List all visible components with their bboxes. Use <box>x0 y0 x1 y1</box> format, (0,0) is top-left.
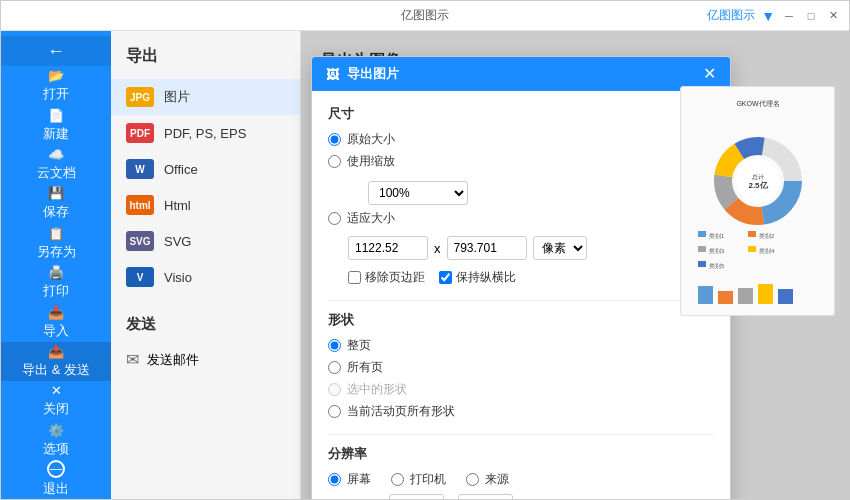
fit-size-row: 适应大小 <box>328 210 714 227</box>
sidebar-item-saveas[interactable]: 📋 另存为 <box>1 224 111 263</box>
whole-page-row: 整页 <box>328 337 714 354</box>
dpi-height-input[interactable] <box>458 494 513 499</box>
back-icon: ← <box>47 41 65 62</box>
fit-size-radio[interactable] <box>328 212 341 225</box>
selected-shape-radio[interactable] <box>328 383 341 396</box>
dialog-close-button[interactable]: ✕ <box>703 66 716 82</box>
keep-ratio-checkbox[interactable] <box>439 271 452 284</box>
content-area: 导出为图像 保存为图片文件，比如BMP, JPEG, PNG, GIF格式。 P… <box>301 31 849 499</box>
export-item-visio[interactable]: V Visio <box>111 259 300 295</box>
sidebar-item-options[interactable]: ⚙️ 选项 <box>1 420 111 459</box>
options-icon: ⚙️ <box>48 423 64 438</box>
sidebar-label-close: 关闭 <box>43 400 69 418</box>
brand-icon: ▼ <box>761 8 775 24</box>
sidebar-label-print: 打印 <box>43 282 69 300</box>
sidebar-item-print[interactable]: 🖨️ 打印 <box>1 263 111 302</box>
source-label[interactable]: 来源 <box>485 471 509 488</box>
export-item-svg[interactable]: SVG SVG <box>111 223 300 259</box>
new-icon: 📄 <box>48 108 64 123</box>
export-item-html[interactable]: html Html <box>111 187 300 223</box>
checkboxes-row: 移除页边距 保持纵横比 <box>348 269 714 286</box>
size-radio-group: 原始大小 使用缩放 100% 50% <box>328 131 714 286</box>
quit-icon: — <box>47 460 65 478</box>
svg-text:类别5: 类别5 <box>709 263 725 269</box>
printer-label[interactable]: 打印机 <box>410 471 446 488</box>
current-active-row: 当前活动页所有形状 <box>328 403 714 420</box>
svg-text:2.5亿: 2.5亿 <box>748 181 768 190</box>
svg-icon: SVG <box>126 231 154 251</box>
svg-text:总计: 总计 <box>751 174 764 180</box>
size-inputs-row: x 像素 厘米 英寸 <box>348 236 714 260</box>
keep-ratio-label[interactable]: 保持纵横比 <box>456 269 516 286</box>
custom-label[interactable]: 自定义 <box>347 498 383 500</box>
sidebar-item-back[interactable]: ← <box>1 36 111 66</box>
svg-rect-14 <box>698 246 706 252</box>
sidebar-item-open[interactable]: 📂 打开 <box>1 66 111 105</box>
middle-panel: 导出 JPG 图片 PDF PDF, PS, EPS W Office html… <box>111 31 301 499</box>
resolution-section-title: 分辨率 <box>328 445 714 463</box>
scale-row: 使用缩放 <box>328 153 714 170</box>
dpi-width-input[interactable] <box>389 494 444 499</box>
screen-label[interactable]: 屏幕 <box>347 471 371 488</box>
scale-radio[interactable] <box>328 155 341 168</box>
source-radio[interactable] <box>466 473 479 486</box>
remove-margin-checkbox[interactable] <box>348 271 361 284</box>
send-email-item[interactable]: ✉ 发送邮件 <box>126 344 285 375</box>
svg-text:类别1: 类别1 <box>709 233 725 239</box>
svg-text:类别4: 类别4 <box>759 248 775 254</box>
sidebar-item-new[interactable]: 📄 新建 <box>1 106 111 145</box>
sidebar-label-saveas: 另存为 <box>37 243 76 261</box>
keep-ratio-item: 保持纵横比 <box>439 269 516 286</box>
dpi-inputs: x 像素 / 英寸 <box>389 494 575 499</box>
export-item-image[interactable]: JPG 图片 <box>111 79 300 115</box>
close-button[interactable]: ✕ <box>825 8 841 24</box>
screen-radio[interactable] <box>328 473 341 486</box>
sidebar-item-export[interactable]: 📤 导出 & 发送 <box>1 342 111 381</box>
all-pages-radio[interactable] <box>328 361 341 374</box>
svg-rect-10 <box>698 231 706 237</box>
current-active-radio[interactable] <box>328 405 341 418</box>
width-input[interactable] <box>348 236 428 260</box>
custom-dpi-row: 自定义 x 像素 / 英寸 <box>328 494 714 499</box>
printer-res-row: 打印机 <box>391 471 446 488</box>
scale-label[interactable]: 使用缩放 <box>347 153 395 170</box>
sidebar-item-close[interactable]: ✕ 关闭 <box>1 381 111 420</box>
dialog-header: 🖼 导出图片 ✕ <box>312 57 730 91</box>
send-email-label: 发送邮件 <box>147 351 199 369</box>
all-pages-label[interactable]: 所有页 <box>347 359 383 376</box>
print-icon: 🖨️ <box>48 265 64 280</box>
custom-res-row: 自定义 <box>328 498 383 500</box>
printer-radio[interactable] <box>391 473 404 486</box>
remove-margin-label[interactable]: 移除页边距 <box>365 269 425 286</box>
maximize-button[interactable]: □ <box>803 8 819 24</box>
export-label-visio: Visio <box>164 270 192 285</box>
export-dialog: 🖼 导出图片 ✕ 尺寸 原始大小 <box>311 56 731 499</box>
title-bar: 亿图图示 亿图图示 ▼ ─ □ ✕ <box>1 1 849 31</box>
sidebar-item-cloud[interactable]: ☁️ 云文档 <box>1 145 111 184</box>
dialog-title: 导出图片 <box>347 65 399 83</box>
whole-page-radio[interactable] <box>328 339 341 352</box>
export-item-pdf[interactable]: PDF PDF, PS, EPS <box>111 115 300 151</box>
original-size-radio[interactable] <box>328 133 341 146</box>
whole-page-label[interactable]: 整页 <box>347 337 371 354</box>
closeitem-icon: ✕ <box>51 383 62 398</box>
svg-rect-21 <box>718 291 733 304</box>
saveas-icon: 📋 <box>48 226 64 241</box>
export-label-office: Office <box>164 162 198 177</box>
export-item-office[interactable]: W Office <box>111 151 300 187</box>
original-size-label[interactable]: 原始大小 <box>347 131 395 148</box>
sidebar-item-quit[interactable]: — 退出 <box>1 460 111 499</box>
current-active-label[interactable]: 当前活动页所有形状 <box>347 403 455 420</box>
sidebar-item-save[interactable]: 💾 保存 <box>1 184 111 223</box>
word-icon: W <box>126 159 154 179</box>
export-panel-title: 导出 <box>111 46 300 79</box>
brand-link[interactable]: 亿图图示 <box>707 7 755 24</box>
minimize-button[interactable]: ─ <box>781 8 797 24</box>
fit-size-label[interactable]: 适应大小 <box>347 210 395 227</box>
scale-select[interactable]: 100% 50% 200% <box>368 181 468 205</box>
divider-1 <box>328 300 714 301</box>
sidebar-item-import[interactable]: 📥 导入 <box>1 302 111 341</box>
height-input[interactable] <box>447 236 527 260</box>
shape-section-title: 形状 <box>328 311 714 329</box>
unit-select[interactable]: 像素 厘米 英寸 <box>533 236 587 260</box>
